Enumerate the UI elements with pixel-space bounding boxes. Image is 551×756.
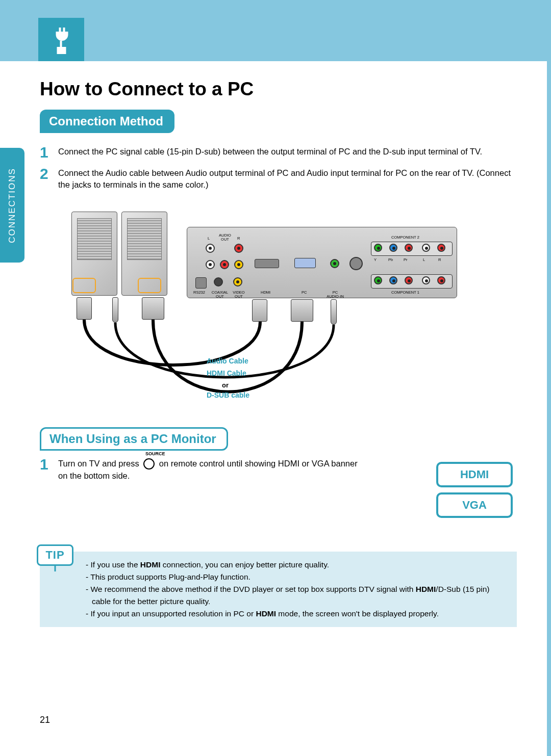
- label-component1: COMPONENT 1: [391, 291, 419, 295]
- heading-connection-method: Connection Method: [40, 110, 174, 133]
- vga-plug-tv: [291, 299, 313, 322]
- heading-pc-monitor: When Using as a PC Monitor: [40, 427, 228, 451]
- jack-c2-r: [437, 244, 445, 252]
- jack-c2-y: [374, 244, 382, 252]
- jack-row2-3: [234, 260, 243, 269]
- label-video-out: VIDEOOUT: [230, 291, 247, 299]
- pc-hdmi-port-highlight: [72, 278, 96, 293]
- jack-c1-pb: [389, 276, 397, 284]
- label-pc: PC: [302, 291, 307, 295]
- jack-c1-r: [437, 276, 445, 284]
- section-pc-monitor: When Using as a PC Monitor: [40, 427, 228, 451]
- step-num: 1: [40, 145, 58, 160]
- page-title: How to Connect to a PC: [40, 79, 254, 100]
- tip-item: If you use the HDMI connection, you can …: [86, 559, 508, 571]
- tv-rear-panel: AUDIOOUT L R RS232 COAXIALOUT VIDEOOUT H…: [187, 227, 457, 298]
- label-hdmi: HDMI: [261, 291, 270, 295]
- tip-item: This product supports Plug-and-Play func…: [86, 571, 508, 583]
- source-label: SOURCE: [142, 451, 168, 457]
- jack-row2-2: [220, 260, 229, 269]
- tip-badge: TIP: [37, 544, 73, 566]
- label-rs232: RS232: [193, 291, 205, 295]
- right-band: [547, 0, 551, 756]
- cable-labels: Audio Cable HDMI Cable or D-SUB cable: [207, 357, 309, 403]
- jack-c1-y: [374, 276, 382, 284]
- step-1: 1 Connect the PC signal cable (15-pin D-…: [40, 145, 514, 160]
- port-coaxial: [214, 277, 223, 286]
- lbl-y: Y: [374, 258, 377, 262]
- jack-row2-1: [206, 260, 215, 269]
- label-audio-cable: Audio Cable: [207, 357, 309, 365]
- step-text: Connect the PC signal cable (15-pin D-su…: [58, 145, 482, 158]
- label-component2: COMPONENT 2: [391, 236, 419, 240]
- plug-icon: [47, 24, 76, 55]
- source-banners: HDMI VGA: [436, 462, 513, 523]
- jack-c1-l: [422, 276, 430, 284]
- banner-hdmi: HDMI: [436, 462, 513, 487]
- step-text: Connect the Audio cable between Audio ou…: [58, 166, 514, 191]
- vga-plug-pc: [142, 297, 164, 320]
- label-dsub-cable: D-SUB cable: [207, 391, 309, 399]
- side-tab-label: CONNECTIONS: [7, 168, 17, 243]
- tip-list: If you use the HDMI connection, you can …: [86, 559, 508, 620]
- port-video-out: [233, 277, 242, 286]
- banner-vga: VGA: [436, 492, 513, 518]
- pc-monitor-steps: 1 Turn on TV and press SOURCE on remote …: [40, 457, 366, 488]
- audio-plug-pc: [112, 297, 118, 323]
- label-hdmi-cable: HDMI Cable: [207, 369, 309, 377]
- tip-item: We recommend the above method if the DVD…: [86, 583, 508, 608]
- jack-audio-R: [234, 244, 243, 253]
- lbl-l: L: [423, 258, 425, 262]
- lbl-pb: Pb: [388, 258, 393, 262]
- hdmi-plug-tv: [252, 299, 267, 322]
- label-or: or: [222, 381, 309, 389]
- page-number: 21: [40, 715, 50, 725]
- label-pc-audio: PCAUDIO-IN: [324, 291, 346, 299]
- connections-chapter-icon: [38, 18, 84, 61]
- pc-vga-port-highlight: [138, 278, 161, 293]
- lbl-pr: Pr: [404, 258, 408, 262]
- label-audio-out: AUDIOOUT: [215, 233, 235, 242]
- jack-c2-l: [422, 244, 430, 252]
- step-num: 2: [40, 166, 58, 181]
- step-num: 1: [40, 457, 58, 472]
- lbl-r: R: [438, 258, 441, 262]
- knob: [349, 257, 363, 270]
- tip-item: If you input an unsupported resolution i…: [86, 608, 508, 620]
- step-2: 2 Connect the Audio cable between Audio …: [40, 166, 514, 191]
- hdmi-plug-pc: [77, 297, 92, 320]
- port-rs232: [195, 277, 207, 289]
- source-button-icon: [143, 458, 155, 470]
- port-pc-audio: [330, 259, 339, 268]
- jack-audio-L: [206, 244, 215, 253]
- jack-c2-pb: [389, 244, 397, 252]
- jack-c1-pr: [405, 276, 413, 284]
- pc-monitor-step-1: 1 Turn on TV and press SOURCE on remote …: [40, 457, 366, 482]
- tip-box: TIP If you use the HDMI connection, you …: [40, 552, 517, 627]
- port-pc-vga: [294, 258, 316, 268]
- section-connection-method: Connection Method: [40, 110, 174, 133]
- jack-c2-pr: [405, 244, 413, 252]
- label-L: L: [208, 237, 210, 241]
- connection-method-steps: 1 Connect the PC signal cable (15-pin D-…: [40, 145, 514, 197]
- label-coaxial: COAXIALOUT: [210, 291, 230, 299]
- audio-plug-tv: [331, 299, 337, 325]
- side-tab: CONNECTIONS: [0, 148, 24, 263]
- label-R: R: [237, 237, 240, 241]
- port-hdmi: [255, 259, 279, 268]
- step-text: Turn on TV and press SOURCE on remote co…: [58, 457, 366, 482]
- step-text-before: Turn on TV and press: [58, 459, 141, 468]
